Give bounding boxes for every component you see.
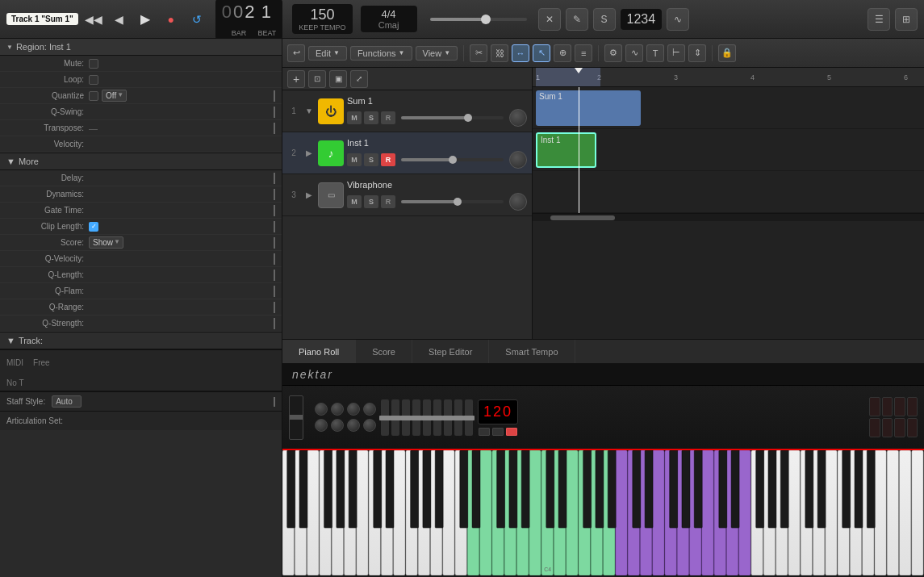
script-icon-button[interactable]: S [593, 8, 616, 31]
pencil-icon-button[interactable]: ✎ [566, 8, 588, 31]
cursor-icon-button[interactable]: ↖ [533, 44, 550, 62]
quantize-value[interactable]: Off ▼ [102, 90, 127, 102]
track-solo-button[interactable]: S [364, 111, 378, 124]
track-expand-button[interactable]: ▼ [303, 106, 315, 117]
ctrl-fader[interactable] [423, 399, 431, 436]
view-menu-button[interactable]: View ▼ [416, 46, 458, 61]
play-button[interactable]: ▶ [135, 9, 156, 30]
expand-icon-button[interactable]: ⊞ [895, 8, 918, 31]
tab-piano-roll[interactable]: Piano Roll [282, 340, 356, 363]
mute-checkbox[interactable] [89, 59, 98, 69]
quantize-checkbox[interactable] [89, 91, 98, 101]
select-all-button[interactable]: ⊡ [308, 70, 326, 88]
tab-score[interactable]: Score [356, 340, 412, 363]
functions-menu-button[interactable]: Functions ▼ [350, 46, 412, 61]
nudge-icon-button[interactable]: ⇕ [688, 44, 706, 62]
ctrl-knob[interactable] [347, 419, 360, 432]
track-pan-knob[interactable] [509, 109, 527, 127]
ctrl-pad[interactable] [907, 418, 918, 437]
ctrl-pad[interactable] [882, 397, 893, 416]
arrow-icon-button[interactable]: ↔ [512, 44, 529, 62]
track-expand-button[interactable]: ▶ [303, 148, 315, 159]
list-icon-button[interactable]: ☰ [868, 8, 890, 31]
ctrl-pad[interactable] [894, 397, 905, 416]
ctrl-knob[interactable] [347, 403, 360, 416]
track-pan-knob[interactable] [509, 193, 527, 211]
track-solo-button[interactable]: S [364, 153, 378, 166]
ctrl-knob[interactable] [363, 419, 376, 432]
quantize-icon-button[interactable]: T [646, 44, 664, 62]
pitch-wheel[interactable] [289, 395, 303, 440]
track-icon-inst1[interactable]: ♪ [318, 140, 344, 166]
loop-checkbox[interactable] [89, 75, 98, 85]
scissors-icon-button[interactable]: ✂ [470, 44, 487, 62]
counter-display[interactable]: 1234 [621, 9, 663, 30]
ctrl-knob[interactable] [363, 403, 376, 416]
more-section-header[interactable]: ▼ More [0, 153, 282, 170]
back-arrow-button[interactable]: ↩ [287, 44, 305, 62]
track-fader[interactable] [401, 200, 504, 203]
signature-display[interactable]: 4/4 Cmaj [361, 6, 417, 32]
ctrl-rec-btn[interactable] [506, 428, 517, 436]
track-pan-knob[interactable] [509, 151, 527, 169]
tab-step-editor[interactable]: Step Editor [412, 340, 489, 363]
region-block-inst1[interactable]: Inst 1 [536, 132, 596, 168]
ctrl-fader[interactable] [454, 399, 462, 436]
tools-icon-button[interactable]: ⊕ [554, 44, 571, 62]
master-volume-slider[interactable] [430, 18, 527, 21]
track-mute-button[interactable]: M [347, 111, 362, 124]
expand-all-button[interactable]: ⤢ [350, 70, 368, 88]
cycle-button[interactable]: ↺ [186, 9, 207, 30]
ctrl-pad[interactable] [907, 397, 918, 416]
ctrl-fader[interactable] [465, 399, 473, 436]
staff-style-value[interactable]: Auto [52, 395, 82, 408]
split-icon-button[interactable]: ≡ [575, 44, 592, 62]
ctrl-pad[interactable] [869, 397, 880, 416]
ctrl-fader[interactable] [381, 399, 389, 436]
track-icon-vib[interactable]: ▭ [318, 182, 344, 208]
region-collapse-icon[interactable]: ▼ [6, 44, 13, 51]
waveform-icon-button[interactable]: ∿ [625, 44, 643, 62]
add-track-button[interactable]: + [287, 70, 305, 88]
track-solo-button[interactable]: S [364, 195, 378, 208]
ctrl-fader[interactable] [402, 399, 410, 436]
ctrl-pad[interactable] [894, 418, 905, 437]
track-icon-sum1[interactable]: ⏻ [318, 98, 344, 124]
track-mute-button[interactable]: M [347, 195, 362, 208]
ctrl-pad[interactable] [869, 418, 880, 437]
track-expand-button[interactable]: ▶ [303, 190, 315, 201]
cliplength-checkbox[interactable]: ✓ [89, 222, 98, 232]
track-rec-button[interactable]: R [381, 195, 395, 208]
link-icon-button[interactable]: ⛓ [491, 44, 508, 62]
edit-menu-button[interactable]: Edit ▼ [308, 46, 347, 61]
gear-icon-button[interactable]: ⚙ [604, 44, 622, 62]
tempo-display[interactable]: 150 KEEP TEMPO [292, 4, 352, 34]
ctrl-fader[interactable] [391, 399, 399, 436]
record-button[interactable]: ● [161, 9, 182, 30]
ctrl-knob[interactable] [331, 419, 344, 432]
region-block-sum1[interactable]: Sum 1 [536, 90, 641, 126]
track-rec-button[interactable]: R [381, 153, 395, 166]
track-rec-button[interactable]: R [381, 111, 395, 124]
h-scrollbar[interactable] [533, 213, 924, 221]
ctrl-knob[interactable] [331, 403, 344, 416]
lock-icon-button[interactable]: 🔒 [718, 44, 736, 62]
back-button[interactable]: ◀ [109, 9, 130, 30]
close-x-button[interactable]: ✕ [538, 8, 561, 31]
ctrl-fader[interactable] [412, 399, 420, 436]
ctrl-pad[interactable] [882, 418, 893, 437]
track-mute-button[interactable]: M [347, 153, 362, 166]
ctrl-knob[interactable] [315, 403, 328, 416]
wave-icon-button[interactable]: ∿ [667, 8, 689, 31]
track-fader[interactable] [401, 116, 504, 119]
h-scrollbar-thumb[interactable] [550, 215, 615, 220]
loop-marker-button[interactable]: ⊢ [667, 44, 685, 62]
ctrl-fader[interactable] [433, 399, 441, 436]
ctrl-play-btn[interactable] [492, 428, 504, 436]
ctrl-fader[interactable] [444, 399, 452, 436]
ctrl-knob[interactable] [315, 419, 328, 432]
ctrl-rew-btn[interactable] [479, 428, 490, 436]
tab-smart-tempo[interactable]: Smart Tempo [489, 340, 575, 363]
clip-view-button[interactable]: ▣ [329, 70, 347, 88]
score-value[interactable]: Show ▼ [89, 236, 123, 249]
